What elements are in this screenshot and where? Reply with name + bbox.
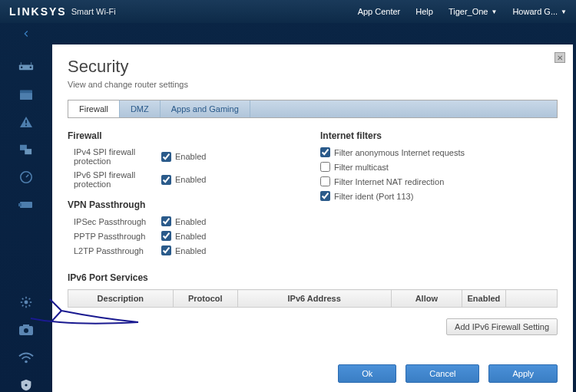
svg-line-22 (22, 305, 24, 307)
tab-bar: Firewall DMZ Apps and Gaming (68, 100, 558, 118)
filters-heading: Internet filters (320, 130, 558, 141)
ipv6-services-table: Description Protocol IPv6 Address Allow … (68, 289, 558, 308)
svg-point-1 (21, 67, 23, 69)
ipv6-spi-label: IPv6 SPI firewall protection (68, 170, 161, 189)
svg-point-15 (25, 301, 28, 305)
l2tp-label: L2TP Passthrough (68, 246, 161, 255)
top-bar: LINKSYS Smart Wi-Fi App Center Help Tige… (0, 0, 576, 23)
help-link[interactable]: Help (415, 7, 433, 16)
filter-nat-checkbox[interactable] (320, 176, 330, 186)
appcenter-link[interactable]: App Center (358, 7, 401, 16)
page-title: Security (68, 57, 558, 77)
svg-rect-7 (25, 120, 27, 123)
logo-product: Smart Wi-Fi (71, 7, 116, 16)
svg-rect-26 (23, 324, 29, 327)
svg-point-28 (25, 384, 27, 386)
ipsec-checkbox[interactable] (161, 216, 171, 226)
sidebar-calendar-icon[interactable] (18, 87, 35, 101)
tab-firewall[interactable]: Firewall (68, 100, 120, 117)
sidebar-wifi-icon[interactable] (18, 351, 35, 364)
logo-text: LINKSYS (9, 5, 67, 18)
sidebar-usb-icon[interactable] (18, 198, 35, 212)
filter-multicast-label: Filter multicast (334, 163, 389, 172)
ipsec-label: IPSec Passthrough (68, 217, 161, 226)
svg-rect-8 (25, 125, 27, 127)
firewall-heading: Firewall (68, 130, 305, 141)
svg-line-23 (29, 298, 31, 300)
back-button[interactable] (0, 23, 52, 44)
chevron-down-icon: ▼ (561, 8, 567, 15)
filter-anon-label: Filter anonymous Internet requests (334, 148, 465, 157)
cancel-button[interactable]: Cancel (406, 364, 479, 383)
svg-rect-13 (20, 202, 32, 208)
svg-rect-6 (20, 91, 32, 94)
svg-line-12 (26, 175, 28, 177)
col-protocol: Protocol (173, 290, 237, 308)
sidebar-security-icon[interactable] (18, 378, 35, 392)
pptp-label: PPTP Passthrough (68, 232, 161, 241)
sidebar-speed-icon[interactable] (18, 170, 35, 184)
sidebar (0, 44, 52, 392)
sidebar-devices-icon[interactable] (18, 60, 35, 74)
tab-dmz[interactable]: DMZ (120, 100, 161, 117)
svg-point-27 (25, 361, 28, 364)
col-enabled: Enabled (462, 290, 506, 308)
sidebar-settings-icon[interactable] (18, 295, 35, 309)
svg-rect-14 (18, 203, 22, 206)
col-address: IPv6 Address (237, 290, 391, 308)
svg-point-2 (30, 67, 32, 69)
svg-line-20 (22, 298, 24, 300)
sidebar-media-icon[interactable] (18, 143, 35, 156)
pptp-checkbox[interactable] (161, 231, 171, 241)
col-description: Description (68, 290, 174, 308)
filter-ident-checkbox[interactable] (320, 191, 330, 201)
chevron-down-icon: ▼ (491, 8, 497, 15)
filter-ident-label: Filter ident (Port 113) (334, 192, 413, 201)
l2tp-checkbox[interactable] (161, 245, 171, 255)
add-ipv6-button[interactable]: Add IPv6 Firewall Setting (446, 318, 558, 335)
filter-anon-checkbox[interactable] (320, 147, 330, 157)
filter-nat-label: Filter Internet NAT redirection (334, 177, 444, 186)
col-allow: Allow (391, 290, 462, 308)
apply-button[interactable]: Apply (488, 364, 558, 383)
ok-button[interactable]: Ok (338, 364, 396, 383)
sidebar-camera-icon[interactable] (18, 323, 35, 337)
tab-apps[interactable]: Apps and Gaming (161, 100, 250, 117)
ipv4-spi-label: IPv4 SPI firewall protection (68, 147, 161, 166)
svg-line-21 (29, 305, 31, 307)
col-actions (505, 290, 557, 308)
ipv6-spi-checkbox[interactable] (161, 175, 171, 185)
ipv6-heading: IPv6 Port Services (68, 272, 558, 283)
chevron-left-icon (21, 28, 31, 39)
network-dropdown[interactable]: Tiger_One▼ (449, 7, 497, 16)
main-panel: ✕ Security View and change router settin… (52, 44, 573, 392)
svg-rect-10 (25, 149, 31, 154)
page-subtitle: View and change router settings (68, 80, 558, 89)
vpn-heading: VPN Passthrough (68, 199, 305, 210)
ipv4-spi-checkbox[interactable] (161, 152, 171, 162)
ipv4-spi-enabled-label: Enabled (175, 152, 206, 161)
sidebar-alert-icon[interactable] (18, 115, 35, 129)
svg-point-25 (24, 328, 28, 333)
filter-multicast-checkbox[interactable] (320, 162, 330, 172)
ipv6-spi-enabled-label: Enabled (175, 175, 206, 184)
user-dropdown[interactable]: Howard G...▼ (512, 7, 567, 16)
close-button[interactable]: ✕ (554, 52, 565, 63)
